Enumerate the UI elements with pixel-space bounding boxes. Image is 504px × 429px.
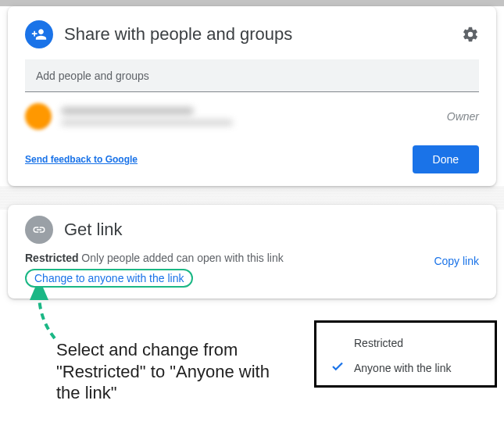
get-link-card: Get link Restricted Only people added ca… <box>8 205 496 299</box>
annotation-text: Select and change from "Restricted" to "… <box>56 339 291 404</box>
person-add-icon <box>25 20 53 48</box>
check-icon <box>331 359 348 377</box>
owner-row: Owner <box>25 103 479 130</box>
link-title: Get link <box>64 220 123 240</box>
avatar <box>25 103 52 130</box>
copy-link-button[interactable]: Copy link <box>434 255 479 267</box>
feedback-link[interactable]: Send feedback to Google <box>25 154 138 165</box>
menu-option-restricted[interactable]: Restricted <box>316 331 495 356</box>
menu-label-anyone: Anyone with the link <box>354 362 452 374</box>
share-title: Share with people and groups <box>64 24 292 45</box>
menu-option-anyone[interactable]: Anyone with the link <box>316 356 495 381</box>
person-name-redacted <box>61 107 194 115</box>
gear-icon[interactable] <box>462 26 479 43</box>
link-header: Get link <box>25 216 479 244</box>
access-dropdown-menu: Restricted Anyone with the link <box>314 320 497 388</box>
person-text <box>61 107 438 126</box>
restricted-desc-text: Only people added can open with this lin… <box>81 252 283 264</box>
link-icon <box>25 216 53 244</box>
change-to-anyone-link[interactable]: Change to anyone with the link <box>25 269 193 288</box>
input-placeholder: Add people and groups <box>36 70 149 82</box>
share-card: Share with people and groups Add people … <box>8 6 496 186</box>
add-people-input[interactable]: Add people and groups <box>25 59 479 92</box>
person-email-redacted <box>61 120 233 126</box>
restricted-label: Restricted <box>25 252 78 264</box>
owner-label: Owner <box>447 110 479 123</box>
restricted-description: Restricted Only people added can open wi… <box>25 252 427 264</box>
background-strip <box>0 0 504 6</box>
done-button[interactable]: Done <box>413 145 479 173</box>
menu-label-restricted: Restricted <box>354 337 403 349</box>
share-footer: Send feedback to Google Done <box>25 145 479 173</box>
share-header: Share with people and groups <box>25 20 479 48</box>
